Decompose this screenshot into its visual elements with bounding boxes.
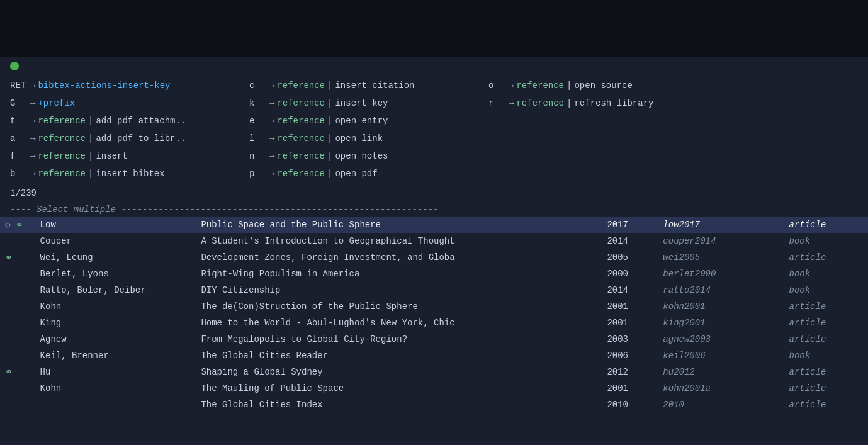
table-row[interactable]: KohnThe de(Con)Struction of the Public S… <box>0 298 868 315</box>
references-table-container[interactable]: ⚙ ⚭LowPublic Space and the Public Sphere… <box>0 217 868 412</box>
kb-key: k <box>249 98 267 108</box>
row-key: berlet2000 <box>658 266 784 282</box>
kb-action: open link <box>335 133 383 144</box>
row-year: 2003 <box>602 331 658 347</box>
row-icon-col <box>0 331 35 347</box>
row-year: 2005 <box>602 249 658 266</box>
row-year: 2012 <box>602 364 658 380</box>
row-title: Right-Wing Populism in America <box>196 266 602 282</box>
references-table: ⚙ ⚭LowPublic Space and the Public Sphere… <box>0 217 868 412</box>
row-year: 2001 <box>602 315 658 331</box>
kb-arrow-icon: → <box>269 151 274 161</box>
row-year: 2001 <box>602 298 658 315</box>
table-row[interactable]: ⚙ ⚭LowPublic Space and the Public Sphere… <box>0 217 868 233</box>
row-year: 2000 <box>602 266 658 282</box>
kb-sep: | <box>88 169 93 179</box>
kb-col-4-0: f→reference | insert <box>10 151 249 161</box>
kb-action: open notes <box>335 151 388 161</box>
kb-row-0: RET→bibtex-actions-insert-keyc→reference… <box>0 77 868 94</box>
row-title: DIY Citizenship <box>196 282 602 298</box>
kb-arrow-icon: → <box>509 81 514 91</box>
row-icon-col <box>0 315 35 331</box>
row-type: book <box>784 347 868 364</box>
kb-ref: reference <box>38 169 86 179</box>
kb-arrow-icon: → <box>30 133 35 144</box>
kb-ref: reference <box>277 169 325 179</box>
kb-col-0-2: o→reference | open source <box>488 81 728 91</box>
kb-key: a <box>10 133 28 144</box>
kb-arrow-icon: → <box>509 98 514 108</box>
kb-arrow-icon: → <box>30 151 35 161</box>
row-author <box>35 397 196 412</box>
kb-ref: reference <box>277 151 325 161</box>
kb-row-4: f→reference | insertn→reference | open n… <box>0 147 868 165</box>
row-key: ratto2014 <box>658 282 784 298</box>
row-icon-col <box>0 266 35 282</box>
kb-key: c <box>249 81 267 91</box>
row-year: 2014 <box>602 233 658 249</box>
table-row[interactable]: Ratto, Boler, DeiberDIY Citizenship2014r… <box>0 282 868 298</box>
row-author: Low <box>35 217 196 233</box>
kb-col-2-1: e→reference | open entry <box>249 116 488 126</box>
link-icon: ⚭ <box>5 368 13 378</box>
kb-action: add pdf to libr.. <box>96 133 186 144</box>
kb-key: b <box>10 169 28 179</box>
row-key: 2010 <box>658 397 784 412</box>
kb-arrow-icon: → <box>30 98 35 108</box>
kb-col-5-0: b→reference | insert bibtex <box>10 169 249 179</box>
select-divider: ---- Select multiple -------------------… <box>0 203 868 217</box>
row-icon-col <box>0 298 35 315</box>
kb-key: t <box>10 116 28 126</box>
table-row[interactable]: KohnThe Mauling of Public Space2001kohn2… <box>0 380 868 397</box>
row-year: 2001 <box>602 380 658 397</box>
kb-key: f <box>10 151 28 161</box>
kb-ref: reference <box>277 116 325 126</box>
kb-ref: reference <box>38 151 86 161</box>
table-row[interactable]: ⚭HuShaping a Global Sydney2012hu2012arti… <box>0 364 868 380</box>
row-author: Agnew <box>35 331 196 347</box>
kb-action: insert citation <box>335 81 414 91</box>
kb-key: l <box>249 133 267 144</box>
row-key: keil2006 <box>658 347 784 364</box>
table-row[interactable]: Keil, BrennerThe Global Cities Reader200… <box>0 347 868 364</box>
row-key: wei2005 <box>658 249 784 266</box>
divider-text: ---- Select multiple -------------------… <box>10 205 439 215</box>
kb-key: r <box>488 98 506 108</box>
kb-arrow-icon: → <box>269 169 274 179</box>
kb-key: p <box>249 169 267 179</box>
kb-sep: | <box>566 98 572 108</box>
row-type: article <box>784 217 868 233</box>
kb-ref: reference <box>277 81 325 91</box>
kb-row-5: b→reference | insert bibtexp→reference |… <box>0 165 868 183</box>
kb-row-1: G→+prefixk→reference | insert keyr→refer… <box>0 94 868 112</box>
row-key: hu2012 <box>658 364 784 380</box>
row-author: Ratto, Boler, Deiber <box>35 282 196 298</box>
kb-arrow-icon: → <box>269 98 274 108</box>
table-row[interactable]: AgnewFrom Megalopolis to Global City-Reg… <box>0 331 868 347</box>
row-author: King <box>35 315 196 331</box>
kb-arrow-icon: → <box>30 169 35 179</box>
kb-action: insert <box>96 151 127 161</box>
kb-action: add pdf attachm.. <box>96 116 186 126</box>
row-key: kohn2001a <box>658 380 784 397</box>
kb-sep: | <box>88 116 93 126</box>
kb-sep: | <box>88 151 93 161</box>
kb-sep: | <box>566 81 572 91</box>
kb-command: +prefix <box>38 98 75 108</box>
row-author: Keil, Brenner <box>35 347 196 364</box>
table-row[interactable]: The Global Cities Index20102010article <box>0 397 868 412</box>
counter-line: 1/239 <box>0 184 868 203</box>
row-title: From Megalopolis to Global City-Region? <box>196 331 602 347</box>
kb-sep: | <box>327 169 332 179</box>
table-row[interactable]: CouperA Student's Introduction to Geogra… <box>0 233 868 249</box>
table-row[interactable]: Berlet, LyonsRight-Wing Populism in Amer… <box>0 266 868 282</box>
row-title: Shaping a Global Sydney <box>196 364 602 380</box>
kb-key: o <box>488 81 506 91</box>
table-row[interactable]: KingHome to the World - Abul-Lughod's Ne… <box>0 315 868 331</box>
table-row[interactable]: ⚭Wei, LeungDevelopment Zones, Foreign In… <box>0 249 868 266</box>
kb-sep: | <box>327 151 332 161</box>
row-type: article <box>784 331 868 347</box>
row-title: A Student's Introduction to Geographical… <box>196 233 602 249</box>
kb-ref: reference <box>516 98 564 108</box>
kb-ref: reference <box>38 133 86 144</box>
